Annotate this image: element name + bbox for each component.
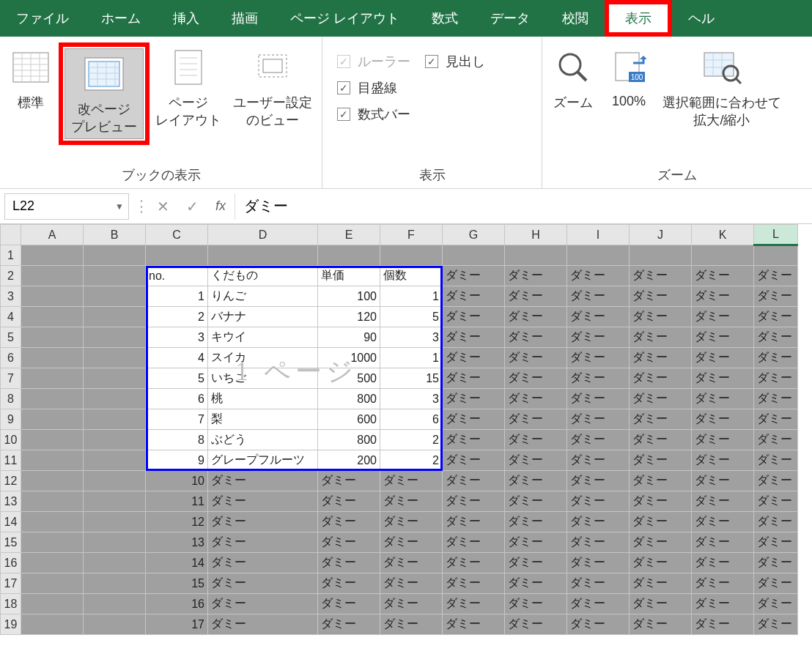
row-header-19[interactable]: 19	[1, 614, 21, 635]
cell-H3[interactable]: ダミー	[505, 286, 567, 307]
cell-D13[interactable]: ダミー	[208, 491, 318, 512]
cell-A16[interactable]	[21, 553, 84, 573]
cell-C10[interactable]: 8	[146, 430, 208, 450]
cell-G3[interactable]: ダミー	[443, 286, 505, 307]
cell-D8[interactable]: 桃	[208, 389, 318, 409]
custom-views-button[interactable]: ユーザー設定 のビュー	[227, 42, 318, 132]
tab-page-layout[interactable]: ページ レイアウト	[274, 0, 416, 37]
cell-C19[interactable]: 17	[146, 614, 208, 635]
cell-L10[interactable]: ダミー	[754, 430, 798, 450]
cell-A5[interactable]	[21, 327, 84, 348]
cell-B16[interactable]	[84, 553, 146, 573]
cell-A13[interactable]	[21, 491, 84, 512]
cell-C7[interactable]: 5	[146, 368, 208, 389]
cell-E19[interactable]: ダミー	[318, 614, 380, 635]
column-header-E[interactable]: E	[318, 225, 380, 245]
gridlines-checkbox[interactable]: ✓ 目盛線	[330, 75, 405, 101]
cell-I15[interactable]: ダミー	[567, 532, 630, 553]
cell-J6[interactable]: ダミー	[630, 348, 692, 368]
cell-I2[interactable]: ダミー	[567, 266, 630, 286]
column-header-G[interactable]: G	[443, 225, 505, 245]
column-header-J[interactable]: J	[630, 225, 692, 245]
row-header-11[interactable]: 11	[1, 450, 21, 471]
cell-D10[interactable]: ぶどう	[208, 430, 318, 450]
cell-H18[interactable]: ダミー	[505, 594, 567, 614]
cell-F19[interactable]: ダミー	[380, 614, 443, 635]
tab-home[interactable]: ホーム	[85, 0, 157, 37]
cell-J17[interactable]: ダミー	[630, 573, 692, 594]
cell-K5[interactable]: ダミー	[692, 327, 754, 348]
cell-K13[interactable]: ダミー	[692, 491, 754, 512]
cell-F15[interactable]: ダミー	[380, 532, 443, 553]
cell-B4[interactable]	[84, 307, 146, 327]
cell-H19[interactable]: ダミー	[505, 614, 567, 635]
cell-J5[interactable]: ダミー	[630, 327, 692, 348]
row-header-1[interactable]: 1	[1, 245, 21, 266]
cell-K11[interactable]: ダミー	[692, 450, 754, 471]
cell-A12[interactable]	[21, 471, 84, 491]
cell-A1[interactable]	[21, 245, 84, 266]
cell-L17[interactable]: ダミー	[754, 573, 798, 594]
cell-K16[interactable]: ダミー	[692, 553, 754, 573]
cell-I13[interactable]: ダミー	[567, 491, 630, 512]
cell-L9[interactable]: ダミー	[754, 409, 798, 430]
cell-G9[interactable]: ダミー	[443, 409, 505, 430]
column-header-K[interactable]: K	[692, 225, 754, 245]
cell-L11[interactable]: ダミー	[754, 450, 798, 471]
cell-G8[interactable]: ダミー	[443, 389, 505, 409]
cell-H1[interactable]	[505, 245, 567, 266]
cancel-formula-button[interactable]: ✕	[148, 198, 177, 215]
cell-J19[interactable]: ダミー	[630, 614, 692, 635]
cell-J3[interactable]: ダミー	[630, 286, 692, 307]
cell-J9[interactable]: ダミー	[630, 409, 692, 430]
cell-C6[interactable]: 4	[146, 348, 208, 368]
cell-A4[interactable]	[21, 307, 84, 327]
cell-J16[interactable]: ダミー	[630, 553, 692, 573]
cell-C8[interactable]: 6	[146, 389, 208, 409]
cell-E15[interactable]: ダミー	[318, 532, 380, 553]
cell-J12[interactable]: ダミー	[630, 471, 692, 491]
tab-formulas[interactable]: 数式	[416, 0, 474, 37]
cell-B14[interactable]	[84, 512, 146, 532]
cell-L8[interactable]: ダミー	[754, 389, 798, 409]
cell-I19[interactable]: ダミー	[567, 614, 630, 635]
cell-D12[interactable]: ダミー	[208, 471, 318, 491]
cell-E13[interactable]: ダミー	[318, 491, 380, 512]
cell-C13[interactable]: 11	[146, 491, 208, 512]
cell-K18[interactable]: ダミー	[692, 594, 754, 614]
cell-A14[interactable]	[21, 512, 84, 532]
cell-I5[interactable]: ダミー	[567, 327, 630, 348]
cell-E9[interactable]: 600	[318, 409, 380, 430]
cell-D6[interactable]: スイカ	[208, 348, 318, 368]
cell-A19[interactable]	[21, 614, 84, 635]
cell-D3[interactable]: りんご	[208, 286, 318, 307]
cell-K8[interactable]: ダミー	[692, 389, 754, 409]
cell-L15[interactable]: ダミー	[754, 532, 798, 553]
row-header-2[interactable]: 2	[1, 266, 21, 286]
cell-C5[interactable]: 3	[146, 327, 208, 348]
cell-I18[interactable]: ダミー	[567, 594, 630, 614]
cell-G17[interactable]: ダミー	[443, 573, 505, 594]
cell-E7[interactable]: 500	[318, 368, 380, 389]
column-header-B[interactable]: B	[84, 225, 146, 245]
cell-I17[interactable]: ダミー	[567, 573, 630, 594]
cell-C14[interactable]: 12	[146, 512, 208, 532]
cell-F18[interactable]: ダミー	[380, 594, 443, 614]
cell-H4[interactable]: ダミー	[505, 307, 567, 327]
cell-L5[interactable]: ダミー	[754, 327, 798, 348]
cell-H11[interactable]: ダミー	[505, 450, 567, 471]
headings-checkbox[interactable]: ✓ 見出し	[418, 48, 492, 75]
cell-F1[interactable]	[380, 245, 443, 266]
cell-D14[interactable]: ダミー	[208, 512, 318, 532]
cell-B1[interactable]	[84, 245, 146, 266]
column-header-I[interactable]: I	[567, 225, 630, 245]
cell-F4[interactable]: 5	[380, 307, 443, 327]
cell-G11[interactable]: ダミー	[443, 450, 505, 471]
cell-B18[interactable]	[84, 594, 146, 614]
cell-B5[interactable]	[84, 327, 146, 348]
normal-view-button[interactable]: 標準	[3, 42, 59, 114]
row-header-9[interactable]: 9	[1, 409, 21, 430]
row-header-14[interactable]: 14	[1, 512, 21, 532]
cell-G1[interactable]	[443, 245, 505, 266]
cell-E12[interactable]: ダミー	[318, 471, 380, 491]
